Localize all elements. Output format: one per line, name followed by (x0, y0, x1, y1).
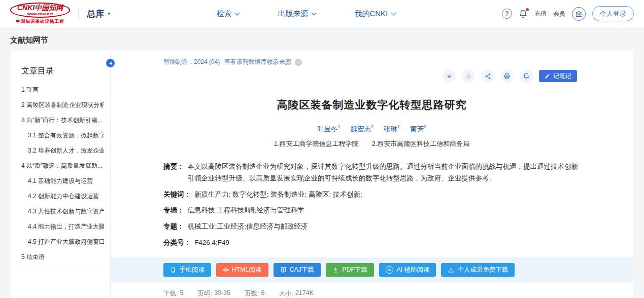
keywords-row: 关键词： 新质生产力; 数字化转型; 装备制造业; 高陵区; 技术创新; (163, 189, 580, 201)
book-icon (280, 267, 287, 273)
personal-free-download-button[interactable]: 个人成果免费下载 (441, 263, 515, 277)
ai-assist-read-button[interactable]: AI AI 辅助阅读 (379, 263, 436, 277)
personal-login-button[interactable]: 个人登录 (592, 6, 634, 21)
toc-item[interactable]: 4.3 共性技术创新与数字资产... (21, 207, 104, 216)
abstract-label: 摘要： (163, 161, 184, 184)
take-note-button[interactable]: 记笔记 (539, 70, 577, 82)
pencil-icon (545, 73, 551, 79)
nav-publications[interactable]: 出版来源 (278, 9, 316, 19)
mobile-read-button[interactable]: 手机阅读 (163, 263, 211, 277)
author-affil-sup: 1 (397, 124, 400, 129)
help-icon[interactable]: ? (502, 9, 512, 19)
stat-value: 5 (180, 289, 183, 298)
cnki-url-text: www.cnki.net (17, 12, 63, 16)
author-affil-sup: 2 (371, 124, 374, 129)
clc-text: F426.4;F49 (194, 237, 229, 249)
toc-item[interactable]: 4 以“质”致远：高质量发展助... (21, 162, 104, 170)
share-icon[interactable] (481, 69, 494, 83)
recharge-link[interactable]: 充值 (534, 10, 547, 18)
album-label: 专辑： (163, 204, 184, 216)
stat-page-count: 页数: 6 (245, 289, 264, 298)
chevron-down-icon (235, 10, 240, 15)
toc-item[interactable]: 4.4 能力输出，打造产业大脑... (21, 222, 104, 231)
html-read-button[interactable]: </> HTML阅读 (216, 263, 268, 277)
stat-downloads: 下载: 5 (163, 289, 183, 298)
page-title: 文献知网节 (0, 27, 644, 51)
article-actions: “ ☆ 记笔记 (111, 69, 577, 83)
code-icon: </> (223, 267, 228, 273)
topic-text: 机械工业;工业经济;信息经济与邮政经济 (188, 220, 308, 233)
pdf-download-icon (332, 267, 339, 273)
toc-item[interactable]: 2 高陵区装备制造企业现状分析 (21, 101, 104, 109)
stat-label: 页码: (197, 289, 212, 298)
html-read-label: HTML阅读 (231, 266, 261, 274)
author-name[interactable]: 黄芳 (410, 125, 424, 133)
nav-my-cnki-label: 我的CNKI (354, 9, 388, 19)
star-glyph: ☆ (465, 72, 472, 80)
source-help-icon[interactable]: ? (295, 59, 302, 66)
author: 黄芳2 (410, 124, 426, 134)
toc-item[interactable]: 4.1 基础能力建设与运营 (21, 177, 104, 185)
author-affil-sup: 1 (337, 124, 340, 129)
clc-label: 分类号： (163, 237, 191, 249)
stat-size: 大小: 2174K (279, 289, 314, 298)
cnki-logo[interactable]: CNKI中国知网 www.cnki.net 中国知识基础设施工程 (10, 3, 70, 24)
author: 叶昱冬1 (317, 124, 341, 134)
member-link[interactable]: 会员 (553, 10, 565, 18)
favorite-star-icon[interactable]: ☆ (462, 69, 475, 83)
notification-bell-icon[interactable] (519, 9, 528, 18)
print-icon[interactable] (500, 69, 514, 83)
nav-my-cnki[interactable]: 我的CNKI (354, 9, 395, 19)
article-toc-sidebar: ◀ 文章目录 1 引言 2 高陵区装备制造企业现状分析 3 向“新”而行：技术创… (11, 51, 111, 298)
sidebar-collapse-button[interactable]: ◀ (106, 59, 115, 67)
toc-item[interactable]: 3 向“新”而行：技术创新引领... (21, 116, 104, 125)
chevron-down-icon (312, 10, 317, 15)
author-name[interactable]: 魏宏志 (350, 125, 371, 133)
cnki-slogan-text: 中国知识基础设施工程 (16, 19, 64, 25)
database-source-link[interactable]: 查看该刊数据库收录来源 (224, 58, 291, 66)
toc-list: 1 引言 2 高陵区装备制造企业现状分析 3 向“新”而行：技术创新引领... … (21, 86, 104, 262)
library-switcher[interactable]: 总库 ▾ (87, 8, 110, 20)
sidebar-divider (11, 271, 110, 271)
notification-dot (526, 8, 529, 11)
album-row: 专辑： 信息科技;工程科技Ⅱ辑;经济与管理科学 (163, 204, 580, 216)
toc-item[interactable]: 5 结束语 (21, 253, 104, 262)
keywords-text[interactable]: 新质生产力; 数字化转型; 装备制造业; 高陵区; 技术创新; (194, 189, 362, 201)
toc-item[interactable]: 4.5 打造产业大脑政府侧窗口 (21, 238, 104, 246)
stat-value: 30-35 (214, 289, 230, 298)
ai-assist-read-label: AI 辅助阅读 (396, 266, 429, 274)
topic-label: 专题： (163, 220, 184, 233)
article-main: 智能制造．2024 (04) 查看该刊数据库收录来源 ? “ ☆ (111, 51, 633, 298)
journal-issue-link[interactable]: 智能制造．2024 (04) (163, 58, 220, 66)
institution-icon[interactable] (572, 7, 586, 21)
nav-search[interactable]: 检索 (216, 9, 239, 19)
download-toolbar: 手机阅读 </> HTML阅读 CAJ下载 PDF下载 AI AI 辅助阅读 (111, 257, 633, 282)
author-name[interactable]: 张琳 (384, 125, 397, 133)
stat-value: 2174K (295, 289, 314, 298)
chevron-down-icon (391, 10, 396, 15)
toc-item[interactable]: 1 引言 (21, 86, 104, 94)
phone-icon (170, 267, 176, 273)
clc-row: 分类号： F426.4;F49 (163, 237, 580, 249)
caj-download-button[interactable]: CAJ下载 (274, 263, 321, 277)
toc-item[interactable]: 4.2 创新能力中心建设运营 (21, 192, 104, 201)
author: 张琳1 (384, 124, 400, 134)
header-divider (78, 8, 79, 20)
author-name[interactable]: 叶昱冬 (317, 125, 338, 133)
affiliation-list: 1.西安工商学院信息工程学院 2.西安市高陵区科技工信和商务局 (111, 139, 633, 148)
toc-title: 文章目录 (21, 66, 104, 77)
personal-free-download-label: 个人成果免费下载 (457, 266, 508, 274)
affiliation: 2.西安市高陵区科技工信和商务局 (372, 139, 470, 148)
topic-row: 专题： 机械工业;工业经济;信息经济与邮政经济 (163, 220, 580, 233)
stat-pages-range: 页码: 30-35 (197, 289, 230, 298)
nav-search-label: 检索 (216, 9, 231, 19)
cite-quote-icon[interactable]: “ (443, 69, 456, 83)
cnki-logo-oval: CNKI中国知网 www.cnki.net (10, 3, 70, 17)
subscribe-bell-icon[interactable] (520, 69, 533, 83)
toc-item[interactable]: 3.2 培养创新人才，激发企业... (21, 146, 104, 155)
download-tray-icon (448, 267, 454, 273)
pdf-download-label: PDF下载 (342, 266, 367, 274)
toc-item[interactable]: 3.1 整合有效资源，掀起数字... (21, 131, 104, 140)
library-switcher-label: 总库 (87, 8, 104, 20)
pdf-download-button[interactable]: PDF下载 (326, 263, 374, 277)
